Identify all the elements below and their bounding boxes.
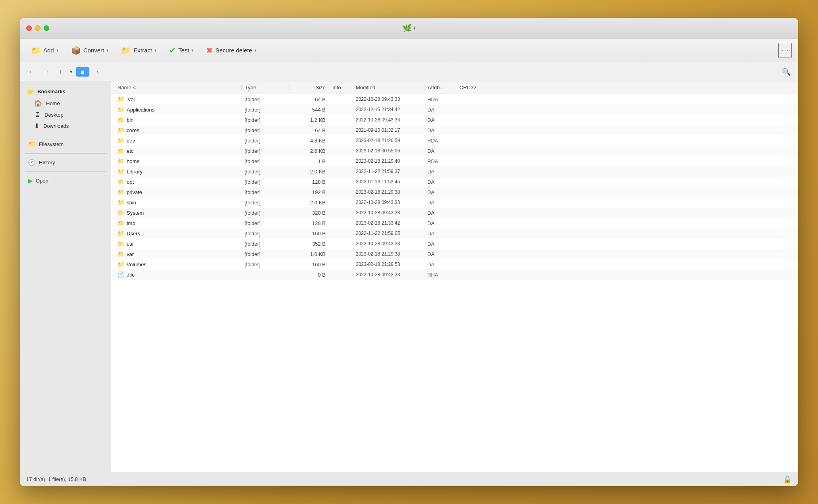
convert-chevron-icon: ▾ [106,48,108,52]
table-row[interactable]: 📁 sbin [folder] 2.0 KB 2022-10-28 09:43:… [111,197,798,208]
table-row[interactable]: 📁 home [folder] 1 B 2023-02-18 21:29:40 … [111,156,798,166]
col-header-info[interactable]: Info [329,85,353,90]
file-name-cell: 📁 home [114,158,241,164]
add-button[interactable]: 📁 Add ▾ [26,43,63,58]
column-headers: Name < Type Size Info Modified Attrib... [111,81,798,94]
file-type: [folder] [241,262,289,267]
close-button[interactable] [26,25,32,31]
table-row[interactable]: 📁 usr [folder] 352 B 2022-10-28 09:43:33… [111,239,798,249]
file-size: 0 B [289,272,329,278]
main-area: ⭐ Bookmarks 🏠 Home 🖥 Desktop ⬇ Downloads… [20,81,798,472]
sidebar-item-home[interactable]: 🏠 Home [21,98,109,109]
file-name-cell: 📁 bin [114,117,241,123]
table-row[interactable]: 📁 tmp [folder] 128 B 2023-02-18 21:33:42… [111,218,798,228]
statusbar: 17 dir(s), 1 file(s), 15.8 KB 🔒 [20,472,798,486]
file-name-cell: 📁 Volumes [114,261,241,267]
table-row[interactable]: 📁 Applications [folder] 544 B 2022-12-15… [111,104,798,115]
search-button[interactable]: 🔍 [781,66,792,77]
file-type: [folder] [241,220,289,226]
secure-delete-button[interactable]: ✖ Secure delete ▾ [201,43,261,58]
table-row[interactable]: 📁 Volumes [folder] 160 B 2023-02-18 21:2… [111,259,798,269]
test-button[interactable]: ✔ Test ▾ [164,43,199,58]
file-name-cell: 📁 tmp [114,220,241,226]
file-attrib: DA [424,107,456,113]
file-size: 2.0 KB [289,200,329,206]
title-icon: 🌿 [403,24,411,33]
col-header-modified[interactable]: Modified [353,85,424,90]
file-name-cell: 📁 sbin [114,199,241,206]
toolbar: 📁 Add ▾ 📦 Convert ▾ 📁 Extract ▾ ✔ Test ▾… [20,38,798,62]
file-modified: 2023-02-18 21:29:40 [353,158,424,164]
sidebar-item-open[interactable]: ▶ Open [21,175,109,187]
file-size: 192 B [289,189,329,195]
sidebar-divider-1 [25,135,106,135]
sidebar-item-desktop[interactable]: 🖥 Desktop [21,109,109,120]
back-button[interactable]: ← [26,66,37,77]
table-row[interactable]: 📄 .file 0 B 2022-10-28 09:43:33 RHA [111,269,798,280]
file-modified: 2022-01-16 11:53:45 [353,179,424,185]
file-type: [folder] [241,117,289,123]
file-modified: 2022-11-22 21:59:05 [353,231,424,236]
folder-icon: 📁 [118,96,124,102]
nav-dropdown-icon[interactable]: ▾ [69,68,73,75]
bookmarks-star-icon: ⭐ [26,88,34,95]
col-header-type[interactable]: Type [241,85,289,90]
downloads-icon: ⬇ [34,122,39,130]
file-type: [folder] [241,127,289,133]
maximize-button[interactable] [44,25,49,31]
file-type: [folder] [241,231,289,237]
file-modified: 2022-10-28 09:43:33 [353,117,424,123]
table-row[interactable]: 📁 cores [folder] 64 B 2021-09-10 01:32:1… [111,125,798,135]
table-row[interactable]: 📁 opt [folder] 128 B 2022-01-16 11:53:45… [111,177,798,187]
col-header-crc32[interactable]: CRC32 [456,85,795,90]
file-attrib: DA [424,231,456,237]
file-name-cell: 📁 private [114,189,241,195]
file-name: usr [127,241,134,247]
sidebar-item-downloads-label: Downloads [43,123,69,129]
file-type: [folder] [241,96,289,102]
secure-delete-label: Secure delete [215,47,252,54]
file-icon: 📄 [118,271,124,278]
bookmarks-section: ⭐ Bookmarks [20,86,111,98]
table-row[interactable]: 📁 private [folder] 192 B 2023-02-18 21:2… [111,187,798,197]
more-button[interactable]: ⋯ [778,43,792,58]
file-list: 📁 .vol [folder] 64 B 2022-10-28 09:43:33… [111,94,798,472]
convert-button[interactable]: 📦 Convert ▾ [66,43,114,58]
add-chevron-icon: ▾ [56,48,58,52]
col-header-attrib[interactable]: Attrib... [424,85,456,90]
file-name: cores [127,127,139,133]
extract-button[interactable]: 📁 Extract ▾ [116,43,161,58]
nav-forward2-button[interactable]: › [92,66,103,77]
file-size: 128 B [289,179,329,185]
table-row[interactable]: 📁 etc [folder] 2.6 KB 2023-02-18 00:55:0… [111,146,798,156]
table-row[interactable]: 📁 Library [folder] 2.0 KB 2022-11-22 21:… [111,166,798,177]
add-label: Add [43,47,54,54]
file-name-cell: 📁 dev [114,137,241,144]
col-header-size[interactable]: Size [289,85,329,90]
file-modified: 2022-10-28 09:43:33 [353,200,424,205]
history-label: History [39,160,55,165]
file-size: 160 B [289,262,329,267]
sidebar-item-filesystem[interactable]: 📁 Filesystem [21,139,109,150]
file-attrib: DA [424,262,456,267]
folder-icon: 📁 [118,251,124,257]
table-row[interactable]: 📁 var [folder] 1.0 KB 2023-02-18 21:29:3… [111,249,798,259]
table-row[interactable]: 📁 Users [folder] 160 B 2022-11-22 21:59:… [111,228,798,239]
table-row[interactable]: 📁 bin [folder] 1.2 KB 2022-10-28 09:43:3… [111,115,798,125]
forward-button[interactable]: → [41,66,52,77]
folder-icon: 📁 [118,106,124,113]
folder-icon: 📁 [118,220,124,226]
folder-icon: 📁 [118,168,124,175]
file-attrib: DA [424,251,456,257]
minimize-button[interactable] [35,25,41,31]
titlebar: 🌿 / [20,18,798,38]
sidebar-item-downloads[interactable]: ⬇ Downloads [21,120,109,132]
table-row[interactable]: 📁 .vol [folder] 64 B 2022-10-28 09:43:33… [111,94,798,104]
table-row[interactable]: 📁 dev [folder] 4.8 KB 2023-02-18 21:26:5… [111,135,798,146]
file-size: 2.6 KB [289,148,329,154]
up-button[interactable]: ↑ [55,66,66,77]
col-header-name[interactable]: Name < [114,85,241,90]
sidebar-item-history[interactable]: 🕐 History [21,157,109,168]
table-row[interactable]: 📁 System [folder] 320 B 2022-10-28 09:43… [111,208,798,218]
file-name: private [127,189,142,195]
